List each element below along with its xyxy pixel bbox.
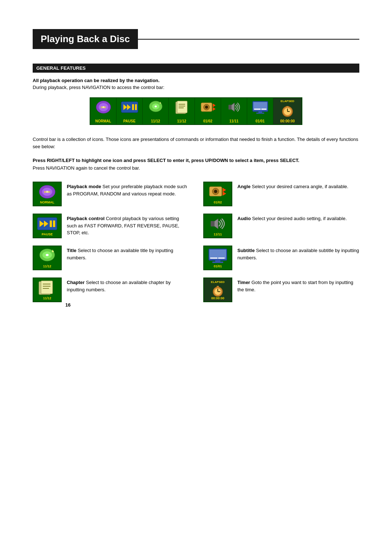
feat-desc-title: Select to choose an available title by i… bbox=[67, 248, 173, 260]
cb-icon-angle bbox=[198, 100, 218, 115]
feature-icon-label-angle: 01/02 bbox=[214, 201, 222, 204]
svg-rect-61 bbox=[218, 258, 225, 259]
feature-icon-playback-control: PAUSE bbox=[33, 214, 62, 238]
svg-rect-63 bbox=[212, 262, 223, 263]
feature-text-angle: Angle Select your desired camera angle, … bbox=[237, 182, 348, 190]
svg-rect-9 bbox=[135, 104, 137, 110]
cb-label-audio: 11/11 bbox=[229, 119, 238, 123]
svg-point-12 bbox=[155, 106, 157, 108]
feat-title-chapter: Chapter bbox=[67, 280, 85, 285]
page-title-block: Playing Back a Disc bbox=[33, 29, 359, 49]
feature-icon-inner-playback-control bbox=[37, 216, 58, 232]
feature-icon-title: 11/12 bbox=[33, 246, 62, 270]
feat-title-title: Title bbox=[67, 248, 77, 253]
description-block: Control bar is a collection of icons. Th… bbox=[33, 136, 359, 150]
feature-text-subtitle: Subtitle Select to choose an available s… bbox=[237, 246, 359, 261]
page-number: 16 bbox=[65, 302, 392, 308]
svg-rect-15 bbox=[177, 101, 187, 113]
feature-icon-inner-title bbox=[37, 248, 58, 264]
feature-item-playback-control: PAUSE Playback control Control playback … bbox=[33, 214, 189, 238]
cb-item-dvd: DVD NORMAL bbox=[90, 98, 117, 124]
feature-icon-audio: 11/11 bbox=[203, 214, 232, 238]
svg-marker-22 bbox=[213, 104, 216, 107]
svg-text:DVD: DVD bbox=[101, 106, 106, 109]
feature-icon-inner-chapter bbox=[37, 280, 58, 296]
feat-title-timer: Timer bbox=[237, 280, 250, 285]
svg-marker-23 bbox=[213, 107, 216, 111]
feature-text-playback-mode: Playback mode Set your preferable playba… bbox=[67, 182, 189, 197]
feature-icon-inner-audio bbox=[207, 216, 228, 232]
feat-title-playback-control: Playback control bbox=[67, 216, 105, 221]
cb-item-pause: PAUSE bbox=[117, 98, 143, 124]
cb-item-timer: ELAPSED 00:00:00 bbox=[273, 98, 302, 124]
svg-text:DVD: DVD bbox=[44, 190, 50, 194]
feature-icon-label-playback-mode: NORMAL bbox=[40, 201, 54, 204]
cb-icon-chapter bbox=[172, 100, 192, 115]
press-instruction-bold: Press RIGHT/LEFT to highlight one icon a… bbox=[33, 158, 359, 163]
cb-item-angle: 01/02 bbox=[195, 98, 221, 124]
feat-desc-angle: Select your desired camera angle, if ava… bbox=[252, 184, 348, 189]
control-bar: DVD NORMAL PAUSE bbox=[90, 97, 302, 125]
feature-item-audio: 11/11 Audio Select your desired audio se… bbox=[203, 214, 359, 238]
feat-title-angle: Angle bbox=[237, 184, 250, 189]
feat-title-playback-mode: Playback mode bbox=[67, 184, 101, 189]
press-instruction-normal: Press NAVIGATION again to cancel the con… bbox=[33, 165, 359, 171]
cb-icon-audio bbox=[224, 100, 244, 115]
page-title: Playing Back a Disc bbox=[33, 29, 138, 49]
page-title-line bbox=[138, 39, 359, 40]
svg-rect-8 bbox=[132, 104, 134, 110]
feature-text-title: Title Select to choose an available titl… bbox=[67, 246, 189, 261]
feature-text-audio: Audio Select your desired audio setting,… bbox=[237, 214, 347, 222]
svg-point-56 bbox=[46, 254, 49, 256]
svg-rect-29 bbox=[261, 109, 266, 110]
svg-rect-73 bbox=[217, 286, 219, 287]
feature-item-timer: ELAPSED 00:00:00 Timer Goto the point yo… bbox=[203, 278, 359, 302]
cb-label-chapter: 11/12 bbox=[177, 119, 186, 123]
control-bar-wrapper: DVD NORMAL PAUSE bbox=[33, 97, 359, 125]
cb-icon-dvd: DVD bbox=[94, 100, 113, 115]
feat-desc-audio: Select your desired audio setting, if av… bbox=[252, 216, 347, 221]
features-grid: DVD NORMAL Playback mode Set your prefer… bbox=[33, 182, 359, 302]
feature-item-angle: 01/02 Angle Select your desired camera a… bbox=[203, 182, 359, 206]
cb-elapsed-label: ELAPSED bbox=[281, 100, 294, 103]
intro-normal: During playback, press NAVIGATION to acc… bbox=[33, 85, 359, 90]
feature-icon-label-timer: 00:00:00 bbox=[211, 297, 224, 300]
feature-icon-inner-playback-mode: DVD bbox=[37, 184, 58, 200]
intro-bold: All playback operation can be realized b… bbox=[33, 78, 359, 83]
cb-icon-title bbox=[146, 100, 166, 115]
svg-rect-28 bbox=[254, 109, 261, 110]
svg-rect-31 bbox=[256, 113, 264, 114]
cb-item-subtitle: 01/01 bbox=[247, 98, 273, 124]
svg-rect-65 bbox=[41, 281, 53, 294]
feature-icon-label-audio: 11/11 bbox=[214, 233, 222, 236]
feat-desc-subtitle: Select to choose an available subtitle b… bbox=[237, 248, 359, 260]
feature-item-title: 11/12 Title Select to choose an availabl… bbox=[33, 246, 189, 270]
feature-item-chapter: 11/12 Chapter Select to choose an availa… bbox=[33, 278, 189, 302]
feature-icon-playback-mode: DVD NORMAL bbox=[33, 182, 62, 206]
feature-icon-label-subtitle: 01/01 bbox=[214, 265, 222, 268]
cb-label-subtitle: 01/01 bbox=[256, 119, 265, 123]
svg-marker-45 bbox=[222, 188, 226, 192]
feat-title-audio: Audio bbox=[237, 216, 251, 221]
cb-icon-timer bbox=[278, 103, 297, 118]
feature-text-chapter: Chapter Select to choose an available ch… bbox=[67, 278, 189, 293]
cb-icon-subtitle bbox=[250, 100, 270, 115]
feature-icon-chapter: 11/12 bbox=[33, 278, 62, 302]
feature-text-playback-control: Playback control Control playback by var… bbox=[67, 214, 189, 236]
svg-rect-53 bbox=[211, 221, 215, 226]
cb-item-title: 11/12 bbox=[143, 98, 169, 124]
feat-desc-timer: Goto the point you want to start from by… bbox=[237, 280, 353, 292]
cb-item-audio: 11/11 bbox=[221, 98, 247, 124]
feature-icon-inner-angle bbox=[207, 184, 228, 200]
cb-label-title: 11/12 bbox=[151, 119, 160, 123]
svg-rect-50 bbox=[50, 220, 52, 227]
feat-title-subtitle: Subtitle bbox=[237, 248, 255, 253]
feature-icon-angle: 01/02 bbox=[203, 182, 232, 206]
feature-icon-label-title: 11/12 bbox=[43, 265, 52, 268]
feature-elapsed-label: ELAPSED bbox=[211, 280, 225, 284]
cb-label-timer: 00:00:00 bbox=[280, 119, 295, 123]
svg-rect-60 bbox=[210, 258, 217, 259]
feature-text-timer: Timer Goto the point you want to start f… bbox=[237, 278, 359, 293]
feature-icon-label-chapter: 11/12 bbox=[43, 297, 52, 300]
svg-marker-46 bbox=[222, 191, 226, 196]
